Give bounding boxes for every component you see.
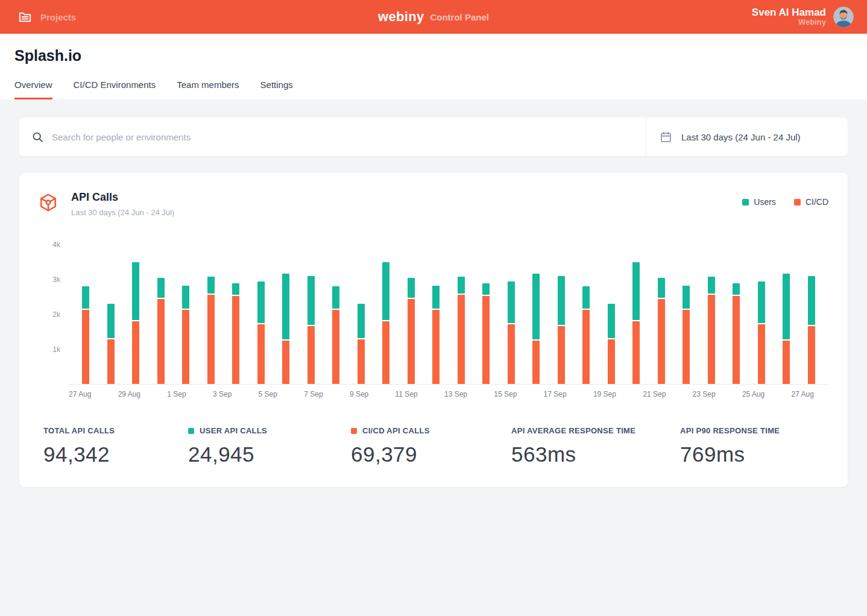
user-menu[interactable]: Sven Al Hamad Webiny bbox=[752, 7, 857, 27]
bar-6[interactable] bbox=[207, 277, 215, 384]
toolbar: Last 30 days (24 Jun - 24 Jul) bbox=[19, 118, 848, 156]
bar-segment-cicd bbox=[608, 339, 615, 384]
x-tick-label: 21 Sep bbox=[643, 390, 666, 398]
stats-row: TOTAL API CALLS94,342USER API CALLS24,94… bbox=[39, 426, 828, 467]
user-avatar[interactable] bbox=[833, 7, 854, 27]
stat-label-text: USER API CALLS bbox=[200, 426, 267, 435]
x-tick-label: 27 Aug bbox=[792, 390, 814, 398]
bar-segment-cicd bbox=[683, 310, 690, 384]
stat-value: 94,342 bbox=[43, 442, 188, 467]
tab-overview[interactable]: Overview bbox=[14, 80, 52, 99]
bar-29[interactable] bbox=[783, 274, 790, 384]
bar-segment-users bbox=[482, 283, 490, 295]
y-tick-2k: 2k bbox=[52, 310, 60, 319]
bar-segment-cicd bbox=[508, 324, 515, 384]
bar-13[interactable] bbox=[382, 262, 389, 384]
legend-dot-ci-cd bbox=[794, 199, 801, 206]
bar-16[interactable] bbox=[458, 277, 465, 384]
tabs: OverviewCI/CD EnvironmentsTeam membersSe… bbox=[14, 80, 853, 99]
bar-4[interactable] bbox=[157, 278, 165, 384]
chart-legend: UsersCI/CD bbox=[742, 191, 828, 207]
bar-8[interactable] bbox=[257, 281, 265, 384]
user-name: Sven Al Hamad bbox=[752, 7, 826, 19]
bar-segment-users bbox=[107, 304, 115, 338]
bar-7[interactable] bbox=[232, 283, 239, 384]
bar-segment-users bbox=[658, 278, 665, 298]
stat-ci-cd-api-calls: CI/CD API CALLS69,379 bbox=[351, 426, 511, 467]
legend-dot-users bbox=[742, 199, 749, 206]
bar-15[interactable] bbox=[432, 286, 440, 384]
tab-team-members[interactable]: Team members bbox=[177, 80, 239, 99]
bar-11[interactable] bbox=[332, 286, 339, 384]
bar-3[interactable] bbox=[132, 262, 139, 384]
bar-segment-users bbox=[282, 274, 289, 339]
y-tick-3k: 3k bbox=[52, 275, 60, 284]
bar-14[interactable] bbox=[408, 278, 415, 384]
bar-2[interactable] bbox=[107, 304, 115, 384]
stat-label-text: TOTAL API CALLS bbox=[43, 426, 115, 435]
search-box[interactable] bbox=[19, 118, 646, 156]
search-input[interactable] bbox=[52, 132, 634, 142]
tab-ci-cd-environments[interactable]: CI/CD Environments bbox=[74, 80, 156, 99]
bar-17[interactable] bbox=[482, 283, 490, 384]
bar-30[interactable] bbox=[808, 276, 815, 384]
legend-item-users[interactable]: Users bbox=[742, 197, 776, 207]
x-tick-label: 7 Sep bbox=[304, 390, 323, 398]
bar-segment-users bbox=[582, 286, 590, 309]
ci-cd-api-calls-dot-icon bbox=[351, 428, 357, 434]
bar-segment-cicd bbox=[482, 296, 490, 384]
x-tick-label: 19 Sep bbox=[593, 390, 616, 398]
bar-5[interactable] bbox=[182, 286, 189, 384]
projects-nav[interactable]: Projects bbox=[10, 10, 76, 24]
user-org: Webiny bbox=[752, 18, 826, 27]
bar-18[interactable] bbox=[508, 281, 515, 384]
bar-19[interactable] bbox=[532, 274, 540, 384]
legend-item-ci-cd[interactable]: CI/CD bbox=[794, 197, 828, 207]
bar-21[interactable] bbox=[582, 286, 590, 384]
bar-segment-users bbox=[558, 276, 565, 325]
stat-value: 24,945 bbox=[188, 442, 351, 467]
bar-segment-cicd bbox=[432, 310, 440, 384]
tab-settings[interactable]: Settings bbox=[260, 80, 293, 99]
bar-segment-users bbox=[408, 278, 415, 298]
x-tick-label: 11 Sep bbox=[396, 390, 418, 398]
bar-25[interactable] bbox=[683, 286, 690, 384]
bar-segment-users bbox=[808, 276, 815, 325]
bar-segment-users bbox=[458, 277, 465, 294]
x-tick-label: 15 Sep bbox=[494, 390, 517, 398]
bar-9[interactable] bbox=[282, 274, 289, 384]
user-api-calls-dot-icon bbox=[188, 428, 194, 434]
x-tick-label: 9 Sep bbox=[350, 390, 368, 398]
bar-segment-cicd bbox=[382, 321, 389, 384]
bar-segment-users bbox=[82, 286, 89, 309]
x-tick-label: 27 Aug bbox=[69, 390, 91, 398]
x-axis: 27 Aug29 Aug1 Sep3 Sep5 Sep7 Sep9 Sep11 … bbox=[69, 390, 828, 398]
topbar: Projects webiny Control Panel Sven Al Ha… bbox=[0, 0, 867, 34]
bar-segment-cicd bbox=[232, 296, 239, 384]
page-title: Splash.io bbox=[14, 47, 853, 64]
bar-23[interactable] bbox=[632, 262, 640, 384]
bar-segment-cicd bbox=[408, 299, 415, 384]
bar-segment-cicd bbox=[558, 326, 565, 384]
bar-segment-cicd bbox=[658, 299, 665, 384]
webiny-logo: webiny bbox=[378, 9, 424, 25]
bar-27[interactable] bbox=[733, 283, 740, 384]
bar-20[interactable] bbox=[558, 276, 565, 384]
bar-segment-users bbox=[307, 276, 315, 325]
date-range-picker[interactable]: Last 30 days (24 Jun - 24 Jul) bbox=[646, 118, 848, 156]
folder-icon bbox=[18, 10, 32, 24]
bar-1[interactable] bbox=[82, 286, 89, 384]
bar-segment-cicd bbox=[733, 296, 740, 384]
bar-10[interactable] bbox=[307, 276, 315, 384]
bar-22[interactable] bbox=[608, 304, 615, 384]
chart-subtitle: Last 30 days (24 Jun - 24 Jul) bbox=[71, 208, 174, 217]
date-range-label: Last 30 days (24 Jun - 24 Jul) bbox=[681, 132, 801, 142]
bar-28[interactable] bbox=[758, 281, 765, 384]
bar-24[interactable] bbox=[658, 278, 665, 384]
bar-12[interactable] bbox=[358, 304, 365, 384]
bar-segment-users bbox=[708, 277, 715, 294]
bar-segment-cicd bbox=[758, 324, 765, 384]
x-tick-label: 13 Sep bbox=[444, 390, 467, 398]
bar-26[interactable] bbox=[708, 277, 715, 384]
bar-segment-cicd bbox=[132, 321, 139, 384]
